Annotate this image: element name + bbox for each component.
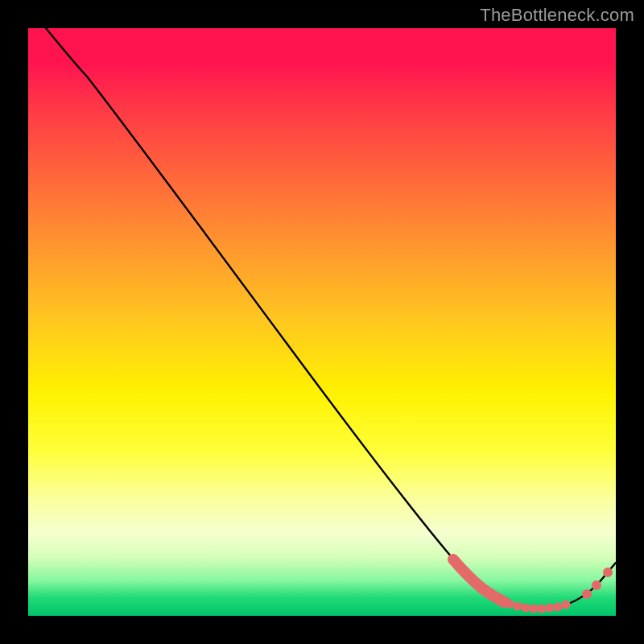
chart-plot-area [28,28,616,616]
chart-frame: TheBottleneck.com [0,0,644,644]
watermark-label: TheBottleneck.com [480,5,634,26]
marker-cluster-left [453,559,505,602]
svg-point-9 [592,580,601,590]
chart-svg [28,28,616,616]
svg-point-4 [538,605,547,613]
svg-point-7 [562,601,571,609]
marker-cluster-right [582,568,613,599]
svg-point-1 [514,602,522,611]
svg-point-8 [582,589,592,599]
svg-point-3 [530,605,539,613]
curve-path [46,28,616,609]
svg-point-6 [554,603,563,612]
svg-point-10 [603,568,613,577]
svg-point-0 [506,600,514,609]
marker-cluster-bottom [506,600,571,613]
svg-point-5 [546,604,555,613]
svg-point-2 [522,604,530,613]
